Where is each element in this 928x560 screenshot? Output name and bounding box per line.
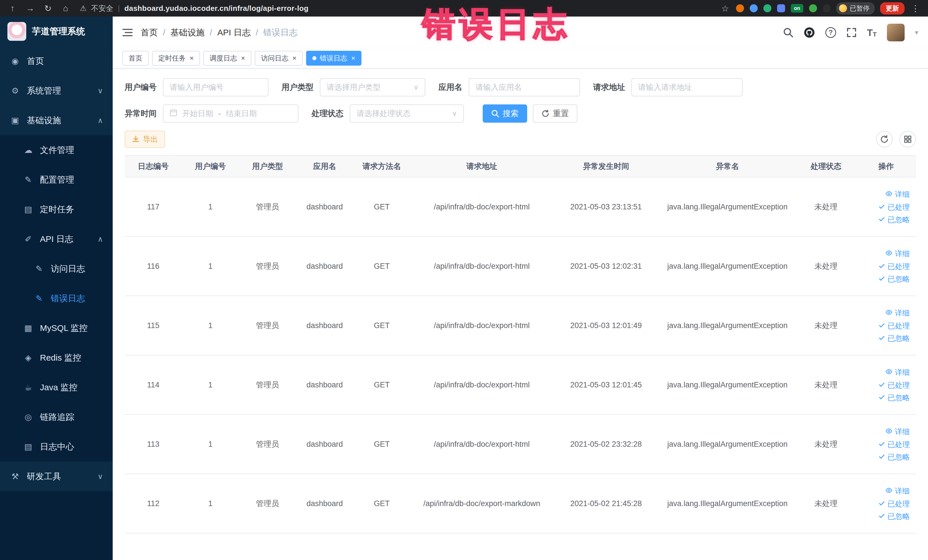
sidebar-item-file[interactable]: ☁文件管理 (0, 135, 113, 165)
github-icon[interactable] (804, 27, 815, 38)
extension-on-badge[interactable]: on (791, 4, 803, 12)
paused-badge[interactable]: 已暂停 (836, 3, 875, 14)
request-url-input[interactable]: 请输入请求地址 (631, 78, 743, 96)
star-icon[interactable]: ☆ (720, 3, 730, 14)
kebab-menu-icon[interactable]: ⋮ (910, 3, 920, 14)
detail-link[interactable]: 详细 (858, 427, 910, 436)
fullscreen-icon[interactable] (846, 27, 857, 38)
eye-icon (885, 427, 893, 436)
sidebar-item-infra[interactable]: ▣基础设施∧ (0, 105, 113, 135)
ignored-link[interactable]: 已忽略 (858, 453, 910, 461)
detail-link[interactable]: 详细 (858, 190, 910, 198)
extension-icon-blue-drop[interactable] (750, 4, 758, 12)
action-label: 详细 (895, 191, 910, 198)
tracer-icon: ◎ (23, 412, 34, 422)
search-icon[interactable] (783, 27, 793, 38)
process-status-label: 处理状态 (311, 108, 343, 119)
sidebar-item-access-log[interactable]: ✎访问日志 (0, 254, 113, 284)
home-icon[interactable]: ⌂ (61, 3, 71, 13)
sidebar-item-dev-tools[interactable]: ⚒研发工具∨ (0, 462, 113, 491)
processed-link[interactable]: 已处理 (858, 262, 910, 270)
user-avatar[interactable] (887, 24, 905, 41)
sidebar-item-home[interactable]: ◉首页 (0, 46, 113, 76)
sidebar-item-log-center[interactable]: ▤日志中心 (0, 432, 113, 462)
processed-link[interactable]: 已处理 (858, 381, 910, 389)
processed-link[interactable]: 已处理 (858, 441, 910, 449)
browser-update-button[interactable]: 更新 (880, 2, 905, 15)
close-tab-icon[interactable]: × (351, 55, 355, 62)
sidebar-logo[interactable]: 芋道管理系统 (0, 17, 113, 46)
ignored-link[interactable]: 已忽略 (858, 512, 910, 520)
tab-error-log[interactable]: 错误日志× (306, 51, 362, 66)
tab-access-log[interactable]: 访问日志× (255, 51, 303, 66)
sidebar-item-tracer[interactable]: ◎链路追踪 (0, 402, 113, 432)
detail-link[interactable]: 详细 (858, 249, 910, 258)
ignored-link[interactable]: 已忽略 (858, 216, 910, 224)
sidebar-item-api-log[interactable]: ✐API 日志∧ (0, 224, 113, 254)
export-button[interactable]: 导出 (125, 131, 165, 148)
user-type-select[interactable]: 请选择用户类型 ∨ (320, 78, 425, 96)
breadcrumb-item-home[interactable]: 首页 (140, 27, 158, 38)
address-bar[interactable]: ⚠ 不安全 | dashboard.yudao.iocoder.cn/infra… (80, 3, 309, 14)
tab-job-log[interactable]: 调度日志× (203, 51, 251, 66)
breadcrumb-item-infra[interactable]: 基础设施 (170, 27, 205, 38)
sidebar-item-config[interactable]: ✎配置管理 (0, 165, 113, 195)
detail-link[interactable]: 详细 (858, 487, 910, 495)
cell-request-url: /api/infra/db-doc/export-html (410, 355, 553, 415)
app-name-input[interactable]: 请输入应用名 (469, 78, 580, 96)
column-header: 处理状态 (796, 156, 856, 177)
reset-button[interactable]: 重置 (533, 104, 577, 123)
sidebar-item-java[interactable]: ☕Java 监控 (0, 372, 113, 402)
java-icon: ☕ (23, 383, 34, 392)
extension-icon-green-circle[interactable] (763, 4, 771, 12)
cell-log-id: 112 (125, 474, 182, 533)
user-id-input[interactable]: 请输入用户编号 (163, 78, 269, 96)
forward-icon[interactable]: → (25, 3, 35, 13)
help-icon[interactable]: ? (825, 27, 836, 38)
close-tab-icon[interactable]: × (241, 55, 245, 62)
tab-job[interactable]: 定时任务× (152, 51, 200, 66)
ignored-link[interactable]: 已忽略 (858, 334, 910, 342)
detail-link[interactable]: 详细 (858, 309, 910, 317)
cell-method: GET (353, 415, 410, 474)
column-header: 异常发生时间 (553, 156, 659, 177)
sidebar-item-label: 系统管理 (27, 85, 61, 97)
extension-icon-blue-grid[interactable] (777, 4, 785, 12)
font-large-glyph: T (867, 27, 873, 38)
ignored-link[interactable]: 已忽略 (858, 275, 910, 283)
refresh-table-button[interactable] (876, 131, 893, 148)
share-icon[interactable]: ↑ (8, 3, 18, 13)
detail-link[interactable]: 详细 (858, 368, 910, 377)
ignored-link[interactable]: 已忽略 (858, 394, 910, 402)
breadcrumb-item-api-log[interactable]: API 日志 (217, 27, 251, 38)
check-icon (878, 441, 885, 449)
reload-icon[interactable]: ↻ (43, 3, 53, 14)
sidebar-item-job[interactable]: ▤定时任务 (0, 195, 113, 224)
sidebar-item-system[interactable]: ⚙系统管理∨ (0, 76, 113, 105)
sidebar-item-label: MySQL 监控 (40, 322, 88, 334)
processed-link[interactable]: 已处理 (858, 322, 910, 330)
font-size-icon[interactable]: TT (867, 27, 877, 38)
extension-icon-paw[interactable] (823, 4, 831, 12)
process-status-placeholder: 请选择处理状态 (357, 108, 411, 119)
close-tab-icon[interactable]: × (190, 55, 194, 62)
search-button[interactable]: 搜索 (483, 104, 527, 123)
tab-home[interactable]: 首页 (122, 51, 149, 66)
processed-link[interactable]: 已处理 (858, 500, 910, 508)
eye-icon (885, 249, 893, 258)
request-url-label: 请求地址 (593, 82, 625, 93)
chevron-icon: ∨ (98, 472, 103, 481)
exception-time-range-picker[interactable]: 开始日期 - 结束日期 (163, 104, 298, 123)
sidebar-item-error-log[interactable]: ✎错误日志 (0, 284, 113, 313)
close-tab-icon[interactable]: × (292, 55, 296, 62)
sidebar-item-mysql[interactable]: ▦MySQL 监控 (0, 313, 113, 343)
sidebar-item-redis[interactable]: ◈Redis 监控 (0, 343, 113, 372)
extension-icon-orange[interactable] (736, 4, 744, 12)
column-settings-button[interactable] (899, 131, 916, 148)
caret-down-icon[interactable]: ▾ (915, 29, 918, 37)
extension-icon-leaf[interactable] (809, 4, 817, 12)
processed-link[interactable]: 已处理 (858, 203, 910, 211)
column-header: 操作 (856, 156, 916, 177)
process-status-select[interactable]: 请选择处理状态 ∨ (350, 104, 464, 123)
collapse-sidebar-icon[interactable] (122, 28, 133, 37)
